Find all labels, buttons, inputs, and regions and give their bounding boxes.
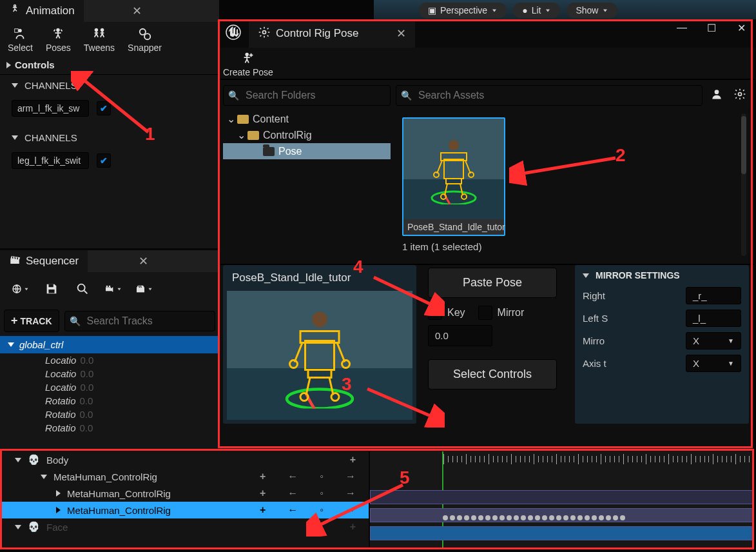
control-rig-pose-tab[interactable]: Control Rig Pose ✕ [249, 19, 415, 48]
key-icon[interactable]: ◦ [320, 471, 324, 482]
track-global-ctrl[interactable]: global_ctrl [0, 336, 219, 353]
track-bar-1[interactable] [370, 490, 754, 504]
channels-section-2[interactable]: CHANNELS [0, 127, 219, 148]
rig-track-row[interactable]: MetaHuman_ControlRig+←◦→ [2, 502, 369, 518]
show-button[interactable]: Show [567, 3, 617, 18]
controls-section[interactable]: Controls [0, 55, 219, 75]
track-property-row[interactable]: Rotatio0.0 [0, 408, 219, 421]
user-icon[interactable] [708, 85, 726, 103]
search-folders-input[interactable] [223, 85, 391, 106]
add-key-icon[interactable]: + [260, 488, 266, 499]
next-key-icon[interactable]: → [345, 471, 356, 482]
track-property-row[interactable]: Locatio0.0 [0, 380, 219, 394]
svg-rect-27 [446, 179, 461, 184]
close-window-icon[interactable]: ✕ [733, 22, 749, 34]
mirror-axis-field[interactable]: X▼ [686, 332, 741, 350]
channel-checkbox-1[interactable] [97, 101, 111, 115]
create-pose-button[interactable]: Create Pose [223, 52, 273, 77]
property-label: Locatio [45, 368, 76, 379]
mirror-left-field[interactable]: _l_ [686, 310, 741, 327]
svg-line-29 [460, 184, 463, 195]
render-icon[interactable] [135, 280, 153, 298]
tree-content[interactable]: ⌄Content [223, 111, 391, 127]
tree-controlrig[interactable]: ⌄ControlRig [223, 127, 391, 143]
add-key-section-icon-face[interactable]: + [350, 521, 356, 533]
poses-tool[interactable]: Poses [46, 27, 71, 53]
track-bar-3[interactable] [370, 526, 754, 540]
rig-track-label: MetaHuman_ControlRig [67, 488, 171, 499]
blend-value-input[interactable] [428, 325, 492, 346]
animation-tab[interactable]: Animation [0, 0, 84, 22]
select-tool[interactable]: Select [8, 27, 33, 53]
mirror-checkbox[interactable] [478, 306, 492, 320]
channel-checkbox-2[interactable] [97, 153, 111, 168]
snapper-tool[interactable]: Snapper [128, 27, 162, 53]
channel-name-2[interactable] [12, 152, 89, 169]
settings-icon[interactable] [731, 85, 749, 103]
asset-thumbnail[interactable]: PoseB_Stand_Idle_tutor [402, 117, 505, 236]
channel-name-1[interactable] [12, 100, 89, 117]
track-property-row[interactable]: Rotatio0.0 [0, 394, 219, 408]
globe-icon[interactable] [12, 280, 30, 298]
track-bar-2[interactable] [370, 508, 754, 522]
mirror-left-label: Left S [583, 313, 608, 324]
svg-point-0 [14, 5, 16, 7]
key-icon[interactable]: ◦ [320, 504, 324, 516]
create-pose-label: Create Pose [223, 67, 273, 77]
svg-line-43 [329, 378, 333, 395]
close-icon-sequencer[interactable]: ✕ [139, 254, 148, 268]
tree-pose-label: Pose [278, 146, 302, 157]
keyframe-cluster[interactable] [443, 511, 627, 523]
tweens-tool[interactable]: Tweens [84, 27, 115, 53]
svg-line-28 [445, 184, 447, 195]
close-icon[interactable]: ✕ [132, 4, 142, 18]
mirror-settings-header[interactable]: MIRROR SETTINGS [583, 270, 741, 281]
key-checkbox[interactable] [428, 306, 442, 320]
search-assets-input[interactable] [396, 85, 703, 106]
add-track-button[interactable]: +TRACK [4, 310, 59, 332]
add-key-icon[interactable]: + [260, 504, 266, 516]
add-key-section-icon[interactable]: + [350, 454, 356, 466]
tree-pose[interactable]: ⌄Pose [223, 143, 391, 159]
pose-figure-icon [428, 133, 480, 204]
next-key-icon[interactable]: → [345, 504, 356, 516]
track-property-row[interactable]: Rotatio0.0 [0, 421, 219, 435]
timeline-ruler[interactable] [370, 451, 754, 467]
paste-pose-button[interactable]: Paste Pose [428, 268, 557, 298]
save-icon[interactable] [43, 280, 61, 298]
search-tracks-input[interactable] [64, 311, 215, 331]
mirror-right-field[interactable]: _r_ [686, 287, 741, 304]
tweens-label: Tweens [84, 43, 115, 53]
svg-point-12 [78, 284, 85, 291]
rig-track-row[interactable]: MetaHuman_ControlRig+←◦→ [2, 468, 369, 485]
channels-section-1[interactable]: CHANNELS [0, 75, 219, 96]
sequencer-tab[interactable]: Sequencer [0, 250, 88, 272]
mirror-right-val: _r_ [693, 290, 707, 301]
key-icon[interactable]: ◦ [320, 488, 324, 499]
rig-track-row[interactable]: MetaHuman_ControlRig+←◦→ [2, 485, 369, 502]
maximize-icon[interactable]: ☐ [704, 22, 719, 34]
svg-line-46 [295, 343, 302, 362]
next-key-icon[interactable]: → [345, 488, 356, 499]
scrollbar[interactable] [741, 113, 746, 256]
camera-icon[interactable] [104, 280, 122, 298]
search-icon-small: 🔍 [70, 316, 81, 326]
select-controls-button[interactable]: Select Controls [428, 359, 557, 389]
minimize-icon[interactable]: — [674, 22, 690, 34]
track-property-row[interactable]: Locatio0.0 [0, 353, 219, 367]
prev-key-icon[interactable]: ← [287, 471, 298, 482]
timeline-area[interactable] [370, 451, 754, 548]
track-property-row[interactable]: Locatio0.0 [0, 367, 219, 380]
body-track[interactable]: 💀Body + [2, 451, 369, 468]
controls-label: Controls [15, 59, 55, 70]
lit-button[interactable]: ●Lit [513, 3, 560, 18]
close-icon-crp-tab[interactable]: ✕ [396, 26, 406, 41]
add-key-icon[interactable]: + [260, 471, 266, 482]
perspective-button[interactable]: ▣Perspective [419, 3, 507, 18]
svg-rect-10 [48, 284, 53, 288]
search-icon[interactable] [73, 280, 92, 298]
prev-key-icon[interactable]: ← [287, 504, 298, 516]
axis-flip-field[interactable]: X▼ [686, 355, 741, 372]
face-track[interactable]: 💀Face + [2, 518, 369, 535]
prev-key-icon[interactable]: ← [287, 488, 298, 499]
